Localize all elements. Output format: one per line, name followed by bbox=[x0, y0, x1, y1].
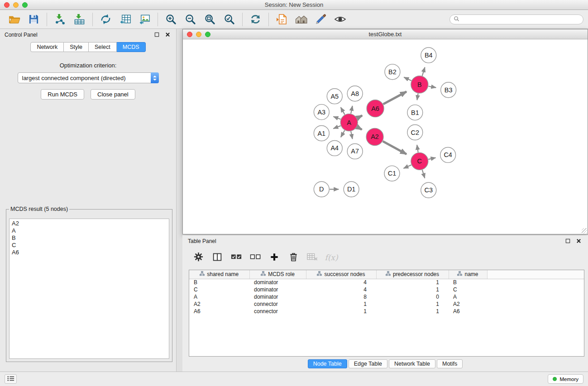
tab-mcds[interactable]: MCDS bbox=[117, 42, 146, 52]
home-button[interactable] bbox=[292, 12, 311, 27]
node-C[interactable]: C bbox=[411, 152, 428, 170]
column-header-shared-name[interactable]: shared name bbox=[189, 270, 249, 279]
edge-C-C1[interactable] bbox=[404, 165, 411, 168]
node-A3[interactable]: A3 bbox=[314, 105, 329, 120]
mcds-result-list[interactable]: A2ABCA6 bbox=[9, 219, 169, 359]
zoom-network-window-icon[interactable] bbox=[205, 32, 210, 37]
node-B2[interactable]: B2 bbox=[385, 64, 400, 80]
criterion-dropdown[interactable]: largest connected component (directed) bbox=[18, 72, 159, 83]
column-header-successor-nodes[interactable]: successor nodes bbox=[306, 270, 376, 279]
cell[interactable]: A6 bbox=[449, 308, 487, 315]
zoom-in-button[interactable] bbox=[161, 12, 181, 27]
edge-B-B1[interactable] bbox=[417, 93, 418, 100]
search-field[interactable] bbox=[449, 14, 583, 24]
cell[interactable]: 1 bbox=[376, 279, 449, 286]
cell[interactable]: 1 bbox=[306, 300, 376, 308]
node-B1[interactable]: B1 bbox=[407, 105, 423, 120]
cell[interactable]: 8 bbox=[306, 293, 376, 300]
tab-style[interactable]: Style bbox=[64, 42, 89, 52]
zoom-fit-button[interactable] bbox=[200, 12, 220, 27]
tab-motifs[interactable]: Motifs bbox=[437, 359, 463, 368]
cell[interactable]: connector bbox=[249, 300, 306, 308]
tab-select[interactable]: Select bbox=[89, 42, 117, 52]
close-panel-button[interactable] bbox=[164, 31, 172, 39]
result-item[interactable]: C bbox=[12, 242, 167, 249]
style-brush-button[interactable] bbox=[311, 12, 330, 27]
checks-on-button[interactable] bbox=[229, 251, 244, 264]
column-header-predecessor-nodes[interactable]: predecessor nodes bbox=[376, 270, 449, 279]
cell[interactable]: A2 bbox=[189, 300, 249, 308]
tab-network[interactable]: Network bbox=[30, 42, 64, 52]
resize-grip[interactable] bbox=[582, 228, 587, 234]
edge-A-A4[interactable] bbox=[341, 130, 344, 137]
panel-splitter[interactable] bbox=[177, 29, 182, 372]
open-folder-button[interactable] bbox=[5, 12, 24, 27]
cell[interactable]: B bbox=[189, 279, 249, 286]
node-D1[interactable]: D1 bbox=[344, 181, 359, 197]
float-panel-button[interactable] bbox=[153, 31, 161, 39]
run-mcds-button[interactable]: Run MCDS bbox=[41, 89, 84, 100]
cell[interactable]: C bbox=[449, 286, 487, 293]
tab-network-table[interactable]: Network Table bbox=[389, 359, 435, 368]
result-item[interactable]: B bbox=[12, 234, 167, 242]
minimize-network-window-icon[interactable] bbox=[196, 32, 201, 37]
close-window-icon[interactable] bbox=[4, 2, 10, 8]
tab-edge-table[interactable]: Edge Table bbox=[349, 359, 387, 368]
checks-off-button[interactable] bbox=[248, 251, 263, 264]
document-orange-button[interactable] bbox=[272, 12, 292, 27]
node-A1[interactable]: A1 bbox=[314, 126, 329, 141]
gear-button[interactable] bbox=[191, 251, 206, 264]
column-header-MCDS-role[interactable]: MCDS role bbox=[249, 270, 306, 279]
edge-B-B3[interactable] bbox=[428, 86, 436, 87]
node-A2[interactable]: A2 bbox=[366, 129, 383, 146]
columns-button[interactable] bbox=[210, 251, 225, 264]
cell[interactable]: 1 bbox=[376, 308, 449, 315]
cell[interactable]: 1 bbox=[306, 308, 376, 315]
result-item[interactable]: A6 bbox=[12, 249, 167, 256]
cell[interactable]: 1 bbox=[376, 286, 449, 293]
table-row[interactable]: Adominator80A bbox=[189, 293, 584, 300]
node-D[interactable]: D bbox=[314, 181, 329, 197]
cell[interactable]: 0 bbox=[376, 293, 449, 300]
edge-A-A1[interactable] bbox=[333, 126, 340, 129]
node-C3[interactable]: C3 bbox=[421, 182, 436, 198]
cell[interactable]: A bbox=[189, 293, 249, 300]
edge-A-A7[interactable] bbox=[351, 131, 352, 139]
edge-C-C2[interactable] bbox=[417, 145, 418, 152]
edge-A-A8[interactable] bbox=[351, 106, 352, 114]
node-B3[interactable]: B3 bbox=[441, 82, 456, 98]
zoom-selected-button[interactable] bbox=[220, 12, 239, 27]
edge-C-C3[interactable] bbox=[422, 170, 425, 178]
node-B[interactable]: B bbox=[411, 76, 428, 93]
plus-button[interactable] bbox=[267, 251, 282, 264]
import-table-button[interactable] bbox=[70, 12, 89, 27]
network-image-button[interactable] bbox=[135, 12, 154, 27]
eye-button[interactable] bbox=[330, 12, 350, 27]
node-C1[interactable]: C1 bbox=[384, 166, 400, 181]
close-panel-action-button[interactable]: Close panel bbox=[91, 89, 135, 100]
node-A[interactable]: A bbox=[340, 114, 358, 131]
cell[interactable]: 4 bbox=[306, 286, 376, 293]
table-row[interactable]: A2connector11A2 bbox=[189, 300, 584, 308]
refresh-button[interactable] bbox=[246, 12, 265, 27]
network-new-button[interactable] bbox=[96, 12, 115, 27]
cell[interactable]: A bbox=[449, 293, 487, 300]
edge-A-A3[interactable] bbox=[333, 117, 340, 119]
node-B4[interactable]: B4 bbox=[421, 48, 436, 63]
minimize-window-icon[interactable] bbox=[13, 2, 19, 8]
cell[interactable]: 4 bbox=[306, 279, 376, 286]
edge-A-A5[interactable] bbox=[341, 107, 345, 114]
result-item[interactable]: A2 bbox=[12, 220, 167, 227]
memory-button[interactable]: Memory bbox=[548, 374, 583, 384]
tab-node-table[interactable]: Node Table bbox=[308, 359, 347, 368]
network-view[interactable]: B4B2BB3A5A8A6A3B1AC2A1A2A4A7C4CC1C3DD1 bbox=[183, 40, 588, 234]
float-table-panel-button[interactable] bbox=[564, 238, 572, 245]
network-table-button[interactable] bbox=[115, 12, 135, 27]
node-A4[interactable]: A4 bbox=[327, 140, 342, 156]
cell[interactable]: B bbox=[449, 279, 487, 286]
zoom-window-icon[interactable] bbox=[22, 2, 28, 8]
cell[interactable]: 1 bbox=[376, 300, 449, 308]
edge-A-A6[interactable] bbox=[357, 115, 362, 118]
trash-button[interactable] bbox=[286, 251, 301, 264]
column-header-name[interactable]: name bbox=[449, 270, 487, 279]
